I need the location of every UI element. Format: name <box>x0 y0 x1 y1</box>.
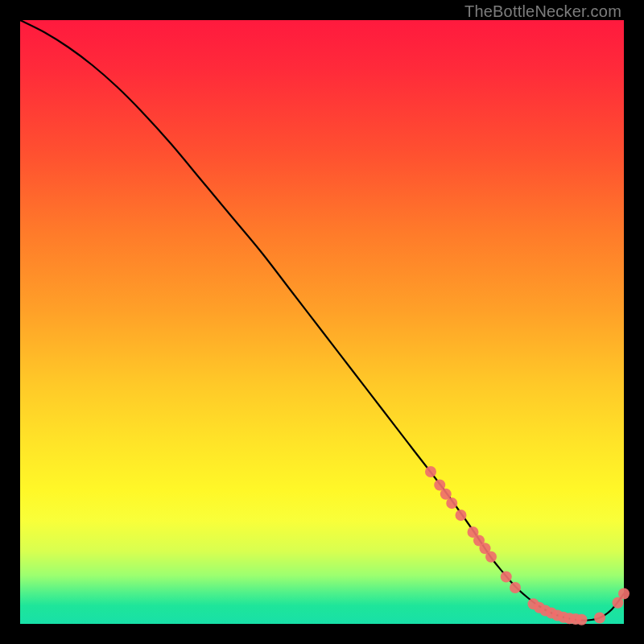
data-marker <box>485 551 497 563</box>
data-marker <box>576 614 588 625</box>
plot-area <box>20 20 624 624</box>
watermark-text: TheBottleNecker.com <box>464 2 621 21</box>
data-marker <box>618 588 630 600</box>
data-marker <box>510 582 521 593</box>
data-marker <box>501 572 512 583</box>
chart-svg <box>20 20 624 624</box>
bottleneck-curve <box>20 20 624 621</box>
chart-frame: TheBottleNecker.com <box>0 0 644 644</box>
data-markers <box>425 466 630 625</box>
data-marker <box>456 510 467 521</box>
data-marker <box>594 613 605 624</box>
data-marker <box>425 466 436 477</box>
data-marker <box>446 497 457 509</box>
